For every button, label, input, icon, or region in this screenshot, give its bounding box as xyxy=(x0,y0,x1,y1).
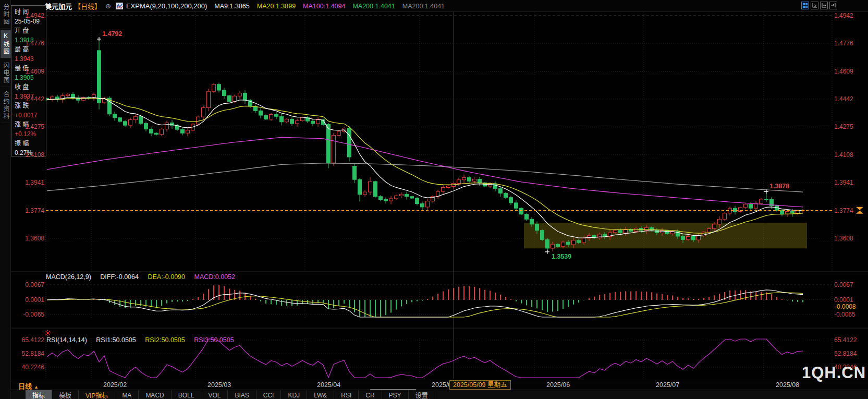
time-axis-row: 日线▲ 2025/022025/032025/042025/052025/062… xyxy=(11,380,868,390)
macd-dea-value: DEA:-0.0090 xyxy=(148,273,185,281)
rsi3-value: RSI3:50.0505 xyxy=(194,336,234,344)
axis-label: 1.4108 xyxy=(834,151,853,159)
rsi2-value: RSI2:50.0505 xyxy=(145,336,185,344)
date-label: 2025/02 xyxy=(103,381,127,389)
macd-histogram xyxy=(47,285,803,317)
axis-pan-icon[interactable] xyxy=(820,2,828,9)
axis-label: 1.3774 xyxy=(17,207,44,214)
toolbar-item-7[interactable]: VOL xyxy=(201,390,228,399)
rsi-line xyxy=(47,339,803,378)
axis-label: -0.0065 xyxy=(17,311,44,318)
rsi-title[interactable]: RSI(14,14,14) xyxy=(46,336,87,344)
collapse-panel-icon[interactable] xyxy=(829,2,837,9)
macd-diff-value: DIFF:-0.0064 xyxy=(100,273,139,281)
info-value: 1.3943 xyxy=(15,54,46,64)
date-label: 2025/04 xyxy=(317,381,340,389)
symbol-name[interactable]: 美元加元 xyxy=(45,1,72,11)
axis-label: 1.3941 xyxy=(17,179,44,186)
date-label: 2025/07 xyxy=(656,381,679,389)
date-label: 2025/08 xyxy=(776,381,799,389)
axis-label: 1.3608 xyxy=(834,235,853,242)
axis-label: -0.0065 xyxy=(834,311,855,318)
axis-label: 1.4275 xyxy=(834,123,853,130)
axis-label: 65.4122 xyxy=(17,336,44,344)
ma-value-label: MA200:1.4041 xyxy=(402,3,445,10)
axis-label: 1.4776 xyxy=(17,40,44,47)
add-indicator-icon[interactable]: ⊕ xyxy=(105,2,111,10)
axis-label: 1.3608 xyxy=(17,235,44,242)
info-label: 振 幅 xyxy=(15,139,46,148)
sidebar-tab-4[interactable]: 合约资料 xyxy=(1,88,11,123)
ma-value-label: MA100:1.4094 xyxy=(303,3,345,10)
ma-line xyxy=(47,163,803,192)
toolbar-item-12[interactable]: RSI xyxy=(334,390,359,399)
axis-label: 52.8184 xyxy=(17,350,44,357)
axis-label: 1.4942 xyxy=(834,12,853,19)
axis-label: 0.0001 xyxy=(834,296,853,304)
toolbar-item-13[interactable]: CR xyxy=(359,390,382,399)
macd-title[interactable]: MACD(26,12,9) xyxy=(46,273,91,281)
indicator-logo-icon xyxy=(116,3,123,9)
macd-current-value: -0.0008 xyxy=(833,303,858,310)
toolbar-item-2[interactable]: 模板 xyxy=(52,390,79,399)
axis-label: 1.3774 xyxy=(834,207,853,214)
selected-date-badge: 2025/05/09 星期五 xyxy=(449,380,511,390)
header-bar: 美元加元 【日线】 ⊕ EXPMA(9,20,100,200,200) MA9:… xyxy=(11,0,868,12)
axis-label: 1.4442 xyxy=(834,95,853,103)
toolbar-item-10[interactable]: KDJ xyxy=(281,390,307,399)
info-value: +0.12% xyxy=(15,129,46,139)
ma-value-label: MA9:1.3865 xyxy=(214,3,249,10)
toolbar-item-4[interactable]: MA xyxy=(115,390,139,399)
axis-label: 1.4275 xyxy=(17,123,44,130)
indicator-toolbar: 指标模板VIP指标MAMACDBOLLVOLBIASCCIKDJLW&RSICR… xyxy=(11,390,868,399)
indicator-title: EXPMA(9,20,100,200,200) xyxy=(126,2,207,10)
macd-diff-line xyxy=(47,290,803,317)
candles-group[interactable] xyxy=(45,41,805,251)
ma-value-label: MA20:1.3899 xyxy=(257,3,296,10)
sidebar-tab-2[interactable]: K线图 xyxy=(1,30,11,58)
axis-label: 0.0067 xyxy=(17,281,44,288)
ma-value-label: MA200:1.4041 xyxy=(352,3,395,10)
chart-type-sidebar: 分时图K线图闪电图合约资料 xyxy=(0,0,11,399)
axis-label: 1.4776 xyxy=(834,40,853,47)
period-tag[interactable]: 【日线】 xyxy=(74,1,101,11)
axis-label: 1.4609 xyxy=(834,68,853,75)
price-annotation: 1.3878 xyxy=(769,183,789,190)
toolbar-item-3[interactable]: VIP指标 xyxy=(79,390,115,399)
ma-line xyxy=(47,137,803,207)
axis-label: 1.4442 xyxy=(17,95,44,103)
expma-line xyxy=(47,98,803,238)
toolbar-item-9[interactable]: CCI xyxy=(256,390,282,399)
axis-label: 1.4609 xyxy=(17,68,44,75)
rsi1-value: RSI1:50.0505 xyxy=(96,336,136,344)
toolbar-item-14[interactable]: PSY xyxy=(382,390,409,399)
trading-app: 1.47921.35391.3878 分时图K线图闪电图合约资料 美元加元 【日… xyxy=(0,0,868,399)
axis-label: 0.0067 xyxy=(834,281,853,288)
sidebar-tab-1[interactable]: 分时图 xyxy=(1,1,11,29)
date-label: 2025/06 xyxy=(546,381,570,389)
toolbar-item-5[interactable]: MACD xyxy=(139,390,171,399)
chevron-up-icon: ▲ xyxy=(34,384,39,390)
axis-label: 52.8184 xyxy=(834,350,857,357)
toolbar-item-11[interactable]: LW& xyxy=(307,390,334,399)
axis-label: 1.4942 xyxy=(17,12,44,19)
macd-macd-value: MACD:0.0052 xyxy=(194,273,236,281)
chart-toolbar-icons xyxy=(801,2,837,9)
macd-header: MACD(26,12,9) DIFF:-0.0064 DEA:-0.0090 M… xyxy=(46,273,242,281)
price-annotation: 1.3539 xyxy=(552,253,571,260)
toolbar-item-1[interactable]: 指标 xyxy=(26,390,52,399)
axis-label: 1.3941 xyxy=(834,179,853,186)
toolbar-item-6[interactable]: BOLL xyxy=(172,390,202,399)
axis-label: 0.0001 xyxy=(17,296,44,304)
toolbar-item-15[interactable]: 设置 xyxy=(409,390,435,399)
rsi-header: RSI(14,14,14) RSI1:50.0505 RSI2:50.0505 … xyxy=(44,330,241,344)
current-price-marker[interactable] xyxy=(856,211,863,214)
sidebar-tab-3[interactable]: 闪电图 xyxy=(1,59,11,87)
grid-layout-icon[interactable] xyxy=(801,2,809,9)
current-price-marker[interactable] xyxy=(856,207,863,210)
axis-label: 65.4122 xyxy=(834,336,857,344)
axis-label: 40.2246 xyxy=(17,364,44,371)
alert-icon xyxy=(44,330,241,336)
axis-scale-icon[interactable] xyxy=(811,2,818,9)
toolbar-item-8[interactable]: BIAS xyxy=(228,390,256,399)
